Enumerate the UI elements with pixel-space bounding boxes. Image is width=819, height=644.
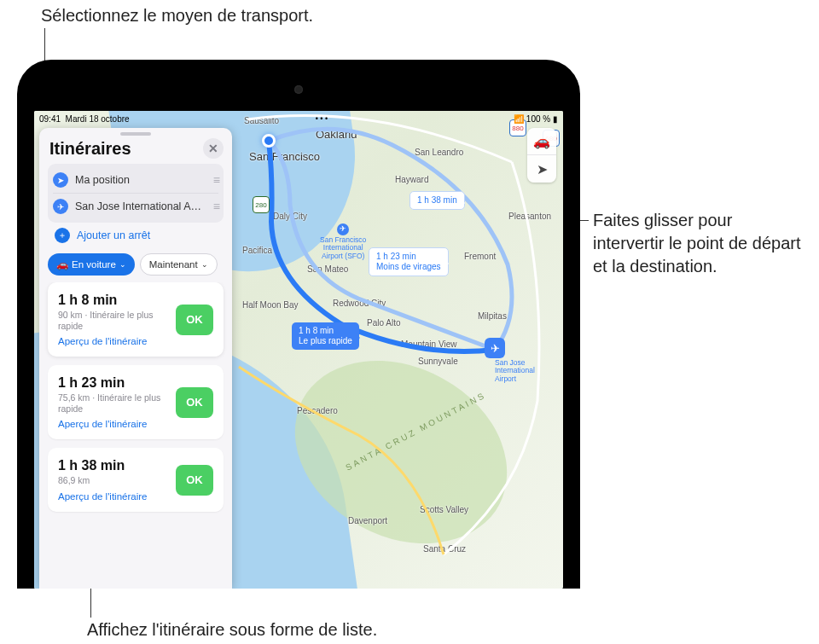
callout-right: Faites glisser pour intervertir le point… — [593, 209, 806, 278]
route-preview-link[interactable]: Aperçu de l'itinéraire — [58, 419, 167, 429]
add-stop-button[interactable]: ＋ Ajouter un arrêt — [48, 223, 224, 247]
city-fremont: Fremont — [464, 252, 496, 261]
city-pleasanton: Pleasanton — [508, 212, 551, 221]
chevron-down-icon: ⌄ — [201, 260, 208, 269]
city-pacifica: Pacifica — [242, 246, 272, 255]
city-sanmateo: San Mateo — [307, 264, 348, 274]
from-row[interactable]: ➤ Ma position ≡ — [53, 167, 218, 194]
drag-handle-icon[interactable]: ≡ — [213, 200, 218, 213]
go-button[interactable]: OK — [176, 305, 213, 335]
airport-sjc-label: San Jose International Airport — [495, 358, 535, 383]
city-sf: San Francisco — [249, 150, 320, 163]
route-time: 1 h 8 min — [58, 293, 167, 308]
chevron-down-icon: ⌄ — [119, 260, 126, 269]
airplane-icon: ✈ — [53, 199, 68, 214]
to-label: San Jose International A… — [75, 200, 206, 212]
airport-sjc[interactable]: San Jose International Airport — [495, 359, 535, 383]
status-right: 📶 100 % ▮ — [514, 114, 558, 124]
city-pescadero: Pescadero — [297, 406, 338, 415]
car-icon: 🚗 — [56, 258, 68, 270]
city-dalycity: Daly City — [273, 212, 307, 221]
city-sanleandro: San Leandro — [415, 148, 463, 157]
badge-time: 1 h 38 min — [417, 195, 457, 206]
route-info: 1 h 38 min 86,9 km Aperçu de l'itinérair… — [58, 458, 167, 502]
route-card[interactable]: 1 h 8 min 90 km · Itinéraire le plus rap… — [48, 282, 224, 357]
location-arrow-icon: ➤ — [537, 161, 548, 177]
timing-label: Maintenant — [149, 259, 198, 270]
locate-button[interactable]: ➤ — [527, 155, 556, 183]
city-scottsvalley: Scotts Valley — [420, 505, 468, 514]
airport-sfo-label: San Francisco International Airport (SFO… — [320, 235, 366, 260]
callout-top: Sélectionnez le moyen de transport. — [41, 4, 313, 27]
airplane-icon: ✈ — [491, 342, 500, 355]
battery-icon: ▮ — [553, 114, 558, 124]
routes-list: 1 h 8 min 90 km · Itinéraire le plus rap… — [39, 282, 232, 589]
city-paloalto: Palo Alto — [367, 318, 400, 328]
status-bar: 09:41 Mardi 18 octobre • • • 📶 100 % ▮ — [34, 111, 563, 126]
screen: 09:41 Mardi 18 octobre • • • 📶 100 % ▮ — [34, 111, 563, 589]
mode-row: 🚗 En voiture ⌄ Maintenant ⌄ — [39, 253, 232, 282]
badge-time: 1 h 23 min — [376, 252, 441, 262]
shield-280: 280 — [253, 196, 270, 213]
close-icon: ✕ — [208, 142, 218, 155]
city-sunnyvale: Sunnyvale — [418, 357, 458, 366]
badge-time: 1 h 8 min — [299, 326, 352, 336]
badge-note: Le plus rapide — [299, 336, 352, 346]
go-button[interactable]: OK — [176, 465, 213, 496]
city-santacruz: Santa Cruz — [423, 544, 466, 554]
city-oakland: Oakland — [316, 128, 357, 141]
panel-header: Itinéraires ✕ — [39, 138, 232, 164]
city-halfmoon: Half Moon Bay — [242, 300, 299, 310]
battery-pct: 100 % — [526, 114, 550, 124]
panel-grabber[interactable] — [120, 132, 151, 136]
city-milpitas: Milpitas — [478, 311, 507, 321]
badge-note: Moins de virages — [376, 262, 441, 272]
wifi-icon: 📶 — [514, 114, 524, 124]
route-info: 1 h 8 min 90 km · Itinéraire le plus rap… — [58, 293, 167, 346]
ipad-frame: 09:41 Mardi 18 octobre • • • 📶 100 % ▮ — [17, 60, 580, 589]
directions-panel: Itinéraires ✕ ➤ Ma position ≡ ✈ San Jose… — [39, 128, 232, 589]
status-date: Mardi 18 octobre — [66, 114, 130, 124]
route-desc: 75,6 km · Itinéraire le plus rapide — [58, 392, 167, 414]
status-time: 09:41 — [39, 114, 61, 124]
panel-title: Itinéraires — [49, 139, 131, 159]
route-badge-fastest[interactable]: 1 h 8 min Le plus rapide — [292, 322, 359, 350]
city-mtnview: Mountain View — [401, 339, 456, 349]
airport-sfo[interactable]: ✈ San Francisco International Airport (S… — [320, 223, 366, 260]
route-info: 1 h 23 min 75,6 km · Itinéraire le plus … — [58, 375, 167, 429]
callout-bottom: Affichez l'itinéraire sous forme de list… — [87, 618, 377, 641]
plus-icon: ＋ — [55, 228, 70, 243]
car-icon: 🚗 — [533, 133, 550, 149]
timing-chip[interactable]: Maintenant ⌄ — [140, 253, 218, 276]
route-time: 1 h 23 min — [58, 375, 167, 391]
drag-handle-icon[interactable]: ≡ — [213, 173, 218, 187]
go-button[interactable]: OK — [176, 387, 213, 418]
route-card[interactable]: 1 h 23 min 75,6 km · Itinéraire le plus … — [48, 365, 224, 439]
camera-dot — [294, 85, 303, 94]
status-left: 09:41 Mardi 18 octobre — [39, 114, 130, 124]
city-davenport: Davenport — [348, 516, 387, 525]
close-button[interactable]: ✕ — [203, 138, 224, 159]
route-card[interactable]: 1 h 38 min 86,9 km Aperçu de l'itinérair… — [48, 448, 224, 512]
transport-mode-chip[interactable]: 🚗 En voiture ⌄ — [48, 253, 135, 276]
route-badge-longest[interactable]: 1 h 38 min — [410, 191, 465, 210]
route-desc: 90 km · Itinéraire le plus rapide — [58, 310, 167, 331]
city-hayward: Hayward — [395, 175, 428, 184]
status-dots: • • • — [316, 114, 328, 123]
route-preview-link[interactable]: Aperçu de l'itinéraire — [58, 491, 167, 502]
mode-label: En voiture — [72, 259, 116, 270]
start-location-dot — [262, 134, 276, 148]
route-desc: 86,9 km — [58, 475, 167, 486]
map-mode-button[interactable]: 🚗 — [527, 128, 556, 155]
city-redwood: Redwood City — [333, 299, 386, 308]
to-row[interactable]: ✈ San Jose International A… ≡ — [53, 194, 218, 219]
airplane-icon: ✈ — [337, 223, 349, 235]
route-preview-link[interactable]: Aperçu de l'itinéraire — [58, 336, 167, 346]
location-arrow-icon: ➤ — [53, 172, 68, 188]
add-stop-label: Ajouter un arrêt — [77, 229, 150, 241]
stops-box: ➤ Ma position ≡ ✈ San Jose International… — [48, 164, 224, 223]
destination-pin[interactable]: ✈ — [485, 338, 505, 358]
map-controls: 🚗 ➤ — [527, 128, 556, 183]
route-badge-fewer-turns[interactable]: 1 h 23 min Moins de virages — [369, 247, 449, 276]
from-label: Ma position — [75, 174, 206, 186]
